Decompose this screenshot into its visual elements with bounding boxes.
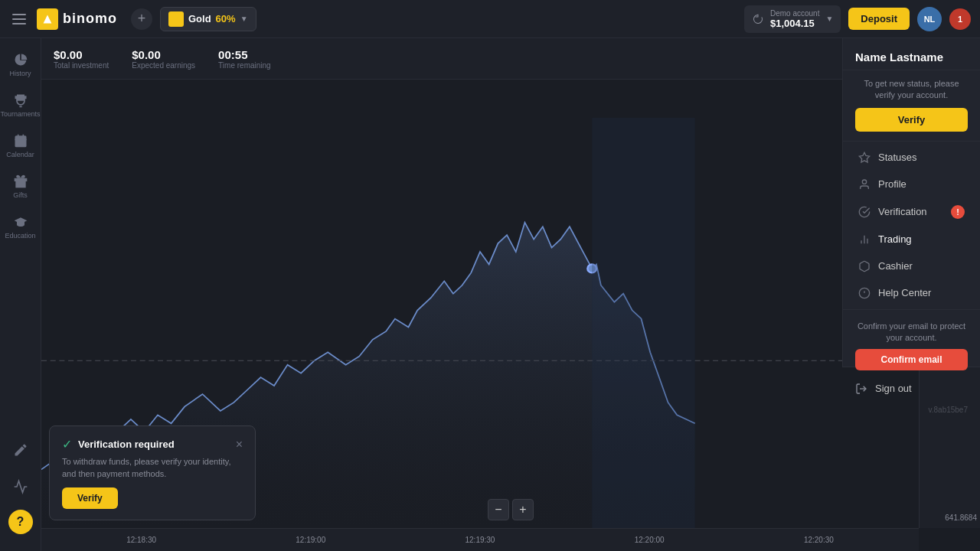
chart-bar-icon <box>858 233 871 246</box>
sidebar-tournaments-label: Tournaments <box>0 110 40 118</box>
asset-percent: 60% <box>216 13 236 24</box>
logo-icon <box>37 8 58 30</box>
menu-item-trading[interactable]: Trading <box>846 227 977 253</box>
right-panel: Name Lastname To get new status, please … <box>842 38 980 367</box>
time-label-1: 12:19:00 <box>296 536 325 544</box>
version-text: v.8ab15be7 <box>843 401 980 419</box>
sidebar-item-gifts[interactable]: Gifts <box>3 168 38 205</box>
confirm-email-text: Confirm your email to protect your accou… <box>843 313 980 349</box>
sign-out-label: Sign out <box>875 383 912 394</box>
left-sidebar: History Tournaments Calendar Gifts Educa… <box>0 38 41 551</box>
time-label-0: 12:18:30 <box>126 536 156 544</box>
asset-icon <box>168 11 184 27</box>
panel-verify-text: To get new status, please verify your ac… <box>843 70 980 108</box>
menu-item-verification[interactable]: Verification ! <box>846 198 977 226</box>
verification-notification-header: ✓ Verification required × <box>62 437 243 452</box>
verification-label: Verification <box>878 206 927 217</box>
verification-warning-badge: ! <box>951 205 965 219</box>
chevron-down-icon: ▼ <box>240 15 248 23</box>
zoom-controls: − + <box>488 499 534 520</box>
time-remaining-label: Time remaining <box>218 61 271 70</box>
sidebar-item-calendar[interactable]: Calendar <box>3 127 38 165</box>
svg-point-9 <box>862 180 866 184</box>
sidebar-history-label: History <box>9 70 31 77</box>
total-investment-value: $0.00 <box>54 48 109 61</box>
demo-info: Demo account $1,004.15 <box>770 9 819 29</box>
statuses-label: Statuses <box>878 152 917 163</box>
svg-marker-8 <box>859 152 869 162</box>
sidebar-item-education[interactable]: Education <box>3 208 38 246</box>
expected-earnings-label: Expected earnings <box>132 61 195 70</box>
menu-item-help-center[interactable]: Help Center <box>846 280 977 306</box>
verification-notification-title: Verification required <box>78 439 230 450</box>
logo: binomo <box>37 8 117 30</box>
refresh-icon <box>752 13 764 25</box>
svg-rect-1 <box>15 135 26 147</box>
demo-label: Demo account <box>770 9 819 18</box>
sign-out-icon <box>855 383 867 395</box>
axis-value: 641.8684 <box>923 514 977 522</box>
time-label-3: 12:20:00 <box>635 536 665 544</box>
menu-item-cashier[interactable]: Cashier <box>846 253 977 279</box>
zoom-in-button[interactable]: + <box>512 499 534 520</box>
sidebar-item-history[interactable]: History <box>3 46 38 83</box>
shield-icon: ✓ <box>62 437 72 452</box>
chart-top-bar: $0.00 Total investment $0.00 Expected ea… <box>41 38 980 80</box>
zoom-out-button[interactable]: − <box>488 499 509 520</box>
panel-divider-1 <box>843 141 980 142</box>
time-label-2: 12:19:30 <box>466 536 495 544</box>
expected-earnings-value: $0.00 <box>132 48 195 61</box>
user-icon <box>858 178 871 191</box>
check-circle-icon <box>858 206 871 218</box>
demo-amount: $1,004.15 <box>770 18 819 29</box>
demo-account-selector[interactable]: Demo account $1,004.15 ▼ <box>744 5 841 33</box>
total-investment-label: Total investment <box>54 61 109 70</box>
info-icon <box>858 287 871 299</box>
time-remaining-value: 00:55 <box>218 48 271 61</box>
verification-verify-button[interactable]: Verify <box>62 487 118 509</box>
verification-notification: ✓ Verification required × To withdraw fu… <box>49 425 256 520</box>
time-remaining-stat: 00:55 Time remaining <box>218 48 271 70</box>
time-label-4: 12:20:30 <box>804 536 834 544</box>
sidebar-gifts-label: Gifts <box>13 191 28 199</box>
trading-label: Trading <box>878 233 912 245</box>
cashier-label: Cashier <box>878 260 913 272</box>
help-button[interactable]: ? <box>8 510 33 534</box>
panel-divider-2 <box>843 309 980 310</box>
sidebar-item-indicators[interactable] <box>3 473 38 500</box>
total-investment-stat: $0.00 Total investment <box>54 48 109 70</box>
confirm-email-button[interactable]: Confirm email <box>855 349 968 370</box>
logo-text: binomo <box>63 11 117 27</box>
sidebar-item-draw[interactable] <box>3 436 38 464</box>
menu-item-profile[interactable]: Profile <box>846 171 977 197</box>
svg-marker-0 <box>44 15 52 23</box>
add-tab-button[interactable]: + <box>131 8 152 30</box>
verification-close-button[interactable]: × <box>236 438 243 452</box>
chart-bottom-axis: 12:18:30 12:19:00 12:19:30 12:20:00 12:2… <box>41 528 919 551</box>
deposit-button[interactable]: Deposit <box>848 8 910 30</box>
avatar[interactable]: NL <box>917 7 942 31</box>
asset-name: Gold <box>188 13 211 24</box>
expected-earnings-stat: $0.00 Expected earnings <box>132 48 195 70</box>
box-icon <box>858 260 871 272</box>
profile-label: Profile <box>878 178 906 190</box>
sidebar-calendar-label: Calendar <box>6 151 34 158</box>
star-icon <box>858 152 871 164</box>
panel-user-name: Name Lastname <box>843 38 980 70</box>
help-center-label: Help Center <box>878 287 931 298</box>
sidebar-education-label: Education <box>5 232 35 240</box>
sidebar-item-tournaments[interactable]: Tournaments <box>3 86 38 124</box>
notification-badge[interactable]: 1 <box>949 8 971 30</box>
panel-verify-button[interactable]: Verify <box>855 108 968 132</box>
menu-item-statuses[interactable]: Statuses <box>846 145 977 171</box>
verification-notification-body: To withdraw funds, please verify your id… <box>62 456 243 480</box>
top-navigation: binomo + Gold 60% ▼ Demo account $1,004.… <box>0 0 980 38</box>
demo-chevron-icon: ▼ <box>825 15 833 23</box>
asset-selector[interactable]: Gold 60% ▼ <box>160 7 256 31</box>
hamburger-menu[interactable] <box>9 11 29 28</box>
sign-out-item[interactable]: Sign out <box>843 377 980 401</box>
